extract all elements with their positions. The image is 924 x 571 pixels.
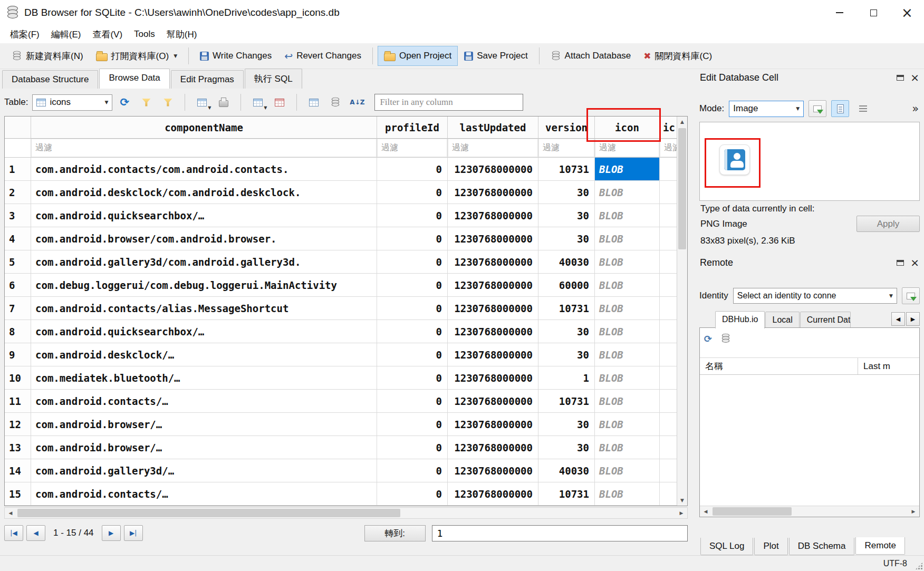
- scroll-down-icon[interactable]: ▼: [677, 495, 687, 506]
- lastupdated-cell[interactable]: 1230768000000: [448, 250, 538, 273]
- close-button[interactable]: [890, 0, 924, 25]
- row-number-cell[interactable]: 2: [5, 181, 31, 204]
- tab-execute-sql[interactable]: 執行 SQL: [245, 69, 302, 89]
- scroll-left-icon[interactable]: ◀: [700, 506, 711, 517]
- version-cell[interactable]: 40030: [538, 459, 595, 482]
- lastupdated-cell[interactable]: 1230768000000: [448, 204, 538, 227]
- row-number-cell[interactable]: 1: [5, 158, 31, 180]
- row-number-cell[interactable]: 7: [5, 297, 31, 320]
- partial-cell[interactable]: [660, 366, 678, 389]
- encoding-indicator[interactable]: UTF-8: [883, 559, 907, 568]
- column-header-profileid[interactable]: profileId: [377, 117, 448, 138]
- tab-scroll-left-icon[interactable]: ◀: [891, 312, 905, 326]
- float-panel-icon[interactable]: [897, 75, 904, 81]
- minimize-button[interactable]: [823, 0, 856, 25]
- word-wrap-button[interactable]: [854, 100, 872, 117]
- version-cell[interactable]: 10731: [538, 297, 595, 320]
- print-button[interactable]: [214, 93, 233, 112]
- tab-local[interactable]: Local: [765, 312, 799, 328]
- row-number-cell[interactable]: 5: [5, 250, 31, 273]
- lastupdated-cell[interactable]: 1230768000000: [448, 459, 538, 482]
- filter-icon[interactable]: 過濾: [595, 139, 660, 157]
- icon-blob-cell[interactable]: BLOB: [595, 227, 660, 250]
- version-cell[interactable]: 10731: [538, 482, 595, 505]
- partial-cell[interactable]: [660, 320, 678, 343]
- column-header-version[interactable]: version: [538, 117, 595, 138]
- icon-blob-cell[interactable]: BLOB: [595, 366, 660, 389]
- import-identity-button[interactable]: [902, 287, 920, 304]
- profileid-cell[interactable]: 0: [377, 320, 448, 343]
- profileid-cell[interactable]: 0: [377, 436, 448, 459]
- icon-blob-cell[interactable]: BLOB: [595, 274, 660, 296]
- icon-blob-cell[interactable]: BLOB: [595, 482, 660, 505]
- filter-version[interactable]: 過濾: [538, 139, 595, 157]
- lastupdated-cell[interactable]: 1230768000000: [448, 158, 538, 180]
- row-number-cell[interactable]: 6: [5, 274, 31, 296]
- partial-cell[interactable]: [660, 158, 678, 180]
- open-project-button[interactable]: Open Project: [378, 46, 458, 66]
- maximize-button[interactable]: [856, 0, 890, 25]
- profileid-cell[interactable]: 0: [377, 297, 448, 320]
- partial-cell[interactable]: [660, 343, 678, 366]
- icon-blob-cell[interactable]: BLOB: [595, 250, 660, 273]
- lastupdated-cell[interactable]: 1230768000000: [448, 181, 538, 204]
- row-number-cell[interactable]: 9: [5, 343, 31, 366]
- componentname-cell[interactable]: com.android.browser/com.android.browser.: [31, 227, 377, 250]
- display-format-button[interactable]: [326, 93, 345, 112]
- version-cell[interactable]: 30: [538, 227, 595, 250]
- componentname-cell[interactable]: com.android.browser/…: [31, 436, 377, 459]
- tab-current-database[interactable]: Current Dat: [800, 312, 851, 328]
- new-database-button[interactable]: 新建資料庫(N): [5, 44, 90, 67]
- version-cell[interactable]: 1: [538, 366, 595, 389]
- icon-blob-cell[interactable]: BLOB: [595, 413, 660, 435]
- componentname-cell[interactable]: com.android.quicksearchbox/…: [31, 320, 377, 343]
- icon-blob-cell[interactable]: BLOB: [595, 204, 660, 227]
- componentname-cell[interactable]: com.android.contacts/alias.MessageShortc…: [31, 297, 377, 320]
- lastupdated-cell[interactable]: 1230768000000: [448, 482, 538, 505]
- tab-database-structure[interactable]: Database Structure: [2, 70, 98, 89]
- componentname-cell[interactable]: com.android.quicksearchbox/…: [31, 204, 377, 227]
- partial-cell[interactable]: [660, 482, 678, 505]
- lastupdated-cell[interactable]: 1230768000000: [448, 366, 538, 389]
- partial-cell[interactable]: [660, 390, 678, 412]
- row-number-cell[interactable]: 3: [5, 204, 31, 227]
- remote-horizontal-scrollbar[interactable]: ◀ ▶: [700, 506, 919, 517]
- tab-db-schema[interactable]: DB Schema: [789, 538, 855, 555]
- remote-refresh-icon[interactable]: ⟳: [704, 333, 712, 344]
- version-cell[interactable]: 10731: [538, 158, 595, 180]
- lastupdated-cell[interactable]: 1230768000000: [448, 297, 538, 320]
- row-number-cell[interactable]: 8: [5, 320, 31, 343]
- tab-browse-data[interactable]: Browse Data: [99, 69, 169, 89]
- profileid-cell[interactable]: 0: [377, 158, 448, 180]
- scroll-up-icon[interactable]: ▲: [677, 117, 687, 127]
- remote-column-last-modified[interactable]: Last m: [858, 358, 919, 374]
- row-number-cell[interactable]: 14: [5, 459, 31, 482]
- tab-dbhub[interactable]: DBHub.io: [715, 311, 765, 328]
- filter-profileid[interactable]: 過濾: [377, 139, 448, 157]
- partial-cell[interactable]: [660, 436, 678, 459]
- row-number-cell[interactable]: 12: [5, 413, 31, 435]
- lastupdated-cell[interactable]: 1230768000000: [448, 390, 538, 412]
- partial-cell[interactable]: [660, 204, 678, 227]
- partial-cell[interactable]: [660, 227, 678, 250]
- import-data-button[interactable]: [808, 100, 826, 117]
- profileid-cell[interactable]: 0: [377, 274, 448, 296]
- profileid-cell[interactable]: 0: [377, 459, 448, 482]
- edit-cell-button[interactable]: [304, 93, 323, 112]
- revert-changes-button[interactable]: ↩ Revert Changes: [278, 45, 368, 66]
- componentname-cell[interactable]: com.android.deskclock/com.android.deskcl…: [31, 181, 377, 204]
- menu-view[interactable]: 查看(V): [86, 26, 128, 43]
- version-cell[interactable]: 30: [538, 320, 595, 343]
- export-table-button[interactable]: ▼: [192, 93, 211, 112]
- version-cell[interactable]: 40030: [538, 250, 595, 273]
- column-header-componentname[interactable]: componentName: [31, 117, 377, 138]
- componentname-cell[interactable]: com.android.contacts/…: [31, 390, 377, 412]
- icon-blob-cell[interactable]: BLOB: [595, 343, 660, 366]
- grid-vertical-scrollbar[interactable]: ▲ ▼: [677, 117, 687, 506]
- lastupdated-cell[interactable]: 1230768000000: [448, 320, 538, 343]
- save-filter-button[interactable]: [158, 93, 177, 112]
- new-record-button[interactable]: ▼: [248, 93, 267, 112]
- horizontal-scroll-thumb[interactable]: [17, 509, 400, 517]
- float-panel-icon[interactable]: [897, 260, 904, 266]
- delete-record-button[interactable]: [270, 93, 289, 112]
